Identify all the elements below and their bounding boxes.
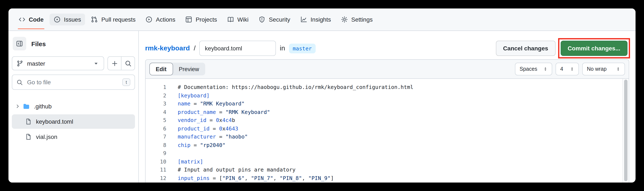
line-content: product_id = 0x4643 [166, 124, 238, 133]
nav-tab-label: Pull requests [101, 16, 136, 23]
line-content [166, 149, 178, 157]
chevron-down-icon [93, 60, 100, 67]
line-content: [matrix] [166, 157, 203, 165]
nav-tab-projects[interactable]: Projects [181, 14, 221, 26]
sidebar-button-group [108, 56, 135, 70]
line-number: 8 [146, 141, 166, 149]
nav-tab-label: Issues [64, 16, 81, 23]
nav-tab-settings[interactable]: Settings [337, 14, 377, 26]
line-number: 3 [146, 100, 166, 108]
chevron-right-icon [15, 104, 21, 109]
page-body: Files master [8, 31, 636, 182]
line-content: name = "RMK Keyboard" [166, 100, 244, 108]
code-line: 12input_pins = ["PIN_6", "PIN_7", "PIN_8… [146, 174, 629, 182]
line-content: manufacturer = "haobo" [166, 133, 248, 141]
breadcrumb-separator: / [194, 45, 196, 52]
files-header: Files [12, 37, 135, 50]
repo-nav: CodeIssuesPull requestsActionsProjectsWi… [8, 9, 636, 31]
tree-item-label: keyboard.toml [36, 118, 73, 125]
code-lines: 1# Documentation: https://haobogu.github… [146, 83, 629, 182]
line-number: 10 [146, 157, 166, 165]
line-number: 2 [146, 91, 166, 100]
wrap-mode-select[interactable]: No wrap [582, 63, 625, 75]
shield-icon [259, 16, 266, 23]
filename-input[interactable] [200, 41, 276, 56]
nav-tab-issues[interactable]: Issues [50, 14, 85, 26]
editor-main: rmk-keyboard / in master Cancel changes … [139, 31, 636, 182]
github-page: CodeIssuesPull requestsActionsProjectsWi… [8, 9, 636, 182]
tree-item-label: vial.json [36, 133, 57, 140]
branch-selector[interactable]: master [12, 56, 104, 70]
graph-icon [300, 16, 307, 23]
files-sidebar: Files master [8, 31, 139, 182]
line-number: 4 [146, 108, 166, 116]
file-icon [25, 118, 32, 125]
nav-tab-security[interactable]: Security [254, 14, 294, 26]
files-title: Files [31, 40, 46, 47]
commit-button-wrapper: Commit changes... [560, 41, 628, 56]
code-line: 6product_id = 0x4643 [146, 124, 629, 133]
line-content: [keyboard] [166, 91, 210, 100]
editor-scrollbar [622, 79, 629, 182]
nav-tab-code[interactable]: Code [14, 14, 48, 26]
table-icon [186, 16, 192, 23]
tab-preview[interactable]: Preview [173, 63, 205, 75]
code-line: 10[matrix] [146, 157, 629, 165]
indent-mode-select[interactable]: Spaces [515, 63, 552, 75]
folder-icon [23, 103, 30, 110]
tree-item-vial-json[interactable]: vial.json [12, 130, 135, 144]
code-line: 5vendor_id = 0x4c4b [146, 116, 629, 124]
add-file-button[interactable] [108, 57, 121, 70]
sidebar-collapse-icon [16, 40, 23, 47]
nav-tab-label: Code [29, 16, 44, 23]
line-number: 12 [146, 174, 166, 182]
indent-size-value: 4 [560, 66, 563, 72]
nav-tab-insights[interactable]: Insights [296, 14, 335, 26]
indent-mode-value: Spaces [520, 66, 537, 72]
go-to-file-input[interactable] [26, 78, 119, 86]
commit-changes-button[interactable]: Commit changes... [560, 41, 628, 56]
search-icon [124, 60, 132, 67]
wrap-mode-value: No wrap [587, 66, 606, 72]
editor-options: Spaces 4 No wrap [515, 63, 625, 75]
scrollbar-thumb[interactable] [624, 80, 627, 181]
indent-size-select[interactable]: 4 [556, 63, 579, 75]
file-icon [25, 133, 32, 140]
nav-tab-actions[interactable]: Actions [142, 14, 180, 26]
editor-toolbar: Edit Preview Spaces 4 [146, 60, 629, 79]
line-content: # Input and output pins are mandatory [166, 165, 296, 174]
book-icon [227, 16, 234, 23]
line-content: input_pins = ["PIN_6", "PIN_7", "PIN_8",… [166, 174, 334, 182]
line-number: 6 [146, 124, 166, 133]
tree-item-github[interactable]: .github [12, 99, 135, 113]
search-files-button[interactable] [121, 57, 134, 70]
cancel-changes-button[interactable]: Cancel changes [496, 41, 555, 56]
screenshot-stage: CodeIssuesPull requestsActionsProjectsWi… [0, 0, 644, 191]
code-line: 2[keyboard] [146, 91, 629, 100]
nav-tab-pull-requests[interactable]: Pull requests [87, 14, 140, 26]
branch-name: master [27, 60, 45, 67]
plus-icon [111, 60, 118, 67]
code-line: 4product_name = "RMK Keyboard" [146, 108, 629, 116]
breadcrumb-row: rmk-keyboard / in master Cancel changes … [145, 41, 629, 56]
sidebar-controls: master [12, 56, 135, 70]
code-line: 7manufacturer = "haobo" [146, 133, 629, 141]
tab-edit[interactable]: Edit [149, 63, 173, 75]
code-editor-panel: Edit Preview Spaces 4 [145, 59, 629, 182]
collapse-sidebar-button[interactable] [13, 37, 26, 50]
issue-opened-icon [54, 16, 60, 23]
tree-item-label: .github [34, 103, 52, 110]
line-number: 7 [146, 133, 166, 141]
repo-root-link[interactable]: rmk-keyboard [145, 45, 190, 52]
header-actions: Cancel changes Commit changes... [496, 41, 629, 56]
nav-tab-label: Settings [351, 16, 372, 23]
line-content: # Documentation: https://haobogu.github.… [166, 83, 414, 91]
code-line: 8chip = "rp2040" [146, 141, 629, 149]
code-editor[interactable]: 1# Documentation: https://haobogu.github… [146, 79, 629, 182]
nav-tab-wiki[interactable]: Wiki [223, 14, 253, 26]
in-label: in [280, 45, 285, 52]
nav-tab-label: Insights [310, 16, 331, 23]
code-line: 11# Input and output pins are mandatory [146, 165, 629, 174]
go-to-file-box: t [12, 75, 135, 90]
tree-item-keyboard-toml[interactable]: keyboard.toml [12, 114, 135, 129]
